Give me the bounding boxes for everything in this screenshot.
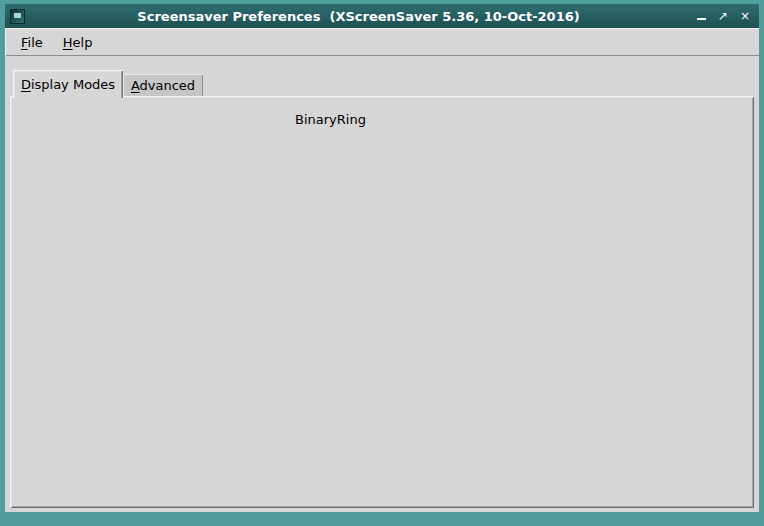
window-content: Screensaver Preferences (XScreenSaver 5.… bbox=[5, 4, 759, 512]
titlebar[interactable]: Screensaver Preferences (XScreenSaver 5.… bbox=[5, 4, 759, 28]
menu-help[interactable]: Help bbox=[53, 31, 103, 54]
display-modes-page bbox=[10, 96, 754, 508]
tab-display-modes[interactable]: Display Modes bbox=[13, 70, 123, 98]
tab-display-modes-label: Display Modes bbox=[21, 77, 115, 92]
preview-frame-label: BinaryRing bbox=[290, 112, 371, 127]
menu-file[interactable]: File bbox=[11, 31, 53, 54]
minimize-icon[interactable] bbox=[692, 7, 710, 25]
maximize-icon[interactable]: ↗ bbox=[714, 7, 732, 25]
tab-advanced-label: Advanced bbox=[131, 78, 195, 93]
tab-advanced[interactable]: Advanced bbox=[123, 74, 203, 96]
window-icon bbox=[10, 9, 25, 24]
titlebar-buttons: ↗ × bbox=[692, 7, 754, 25]
window-title: Screensaver Preferences (XScreenSaver 5.… bbox=[25, 9, 692, 24]
xscreensaver-window: Screensaver Preferences (XScreenSaver 5.… bbox=[0, 0, 764, 526]
close-icon[interactable]: × bbox=[736, 7, 754, 25]
menubar: File Help bbox=[5, 28, 759, 56]
